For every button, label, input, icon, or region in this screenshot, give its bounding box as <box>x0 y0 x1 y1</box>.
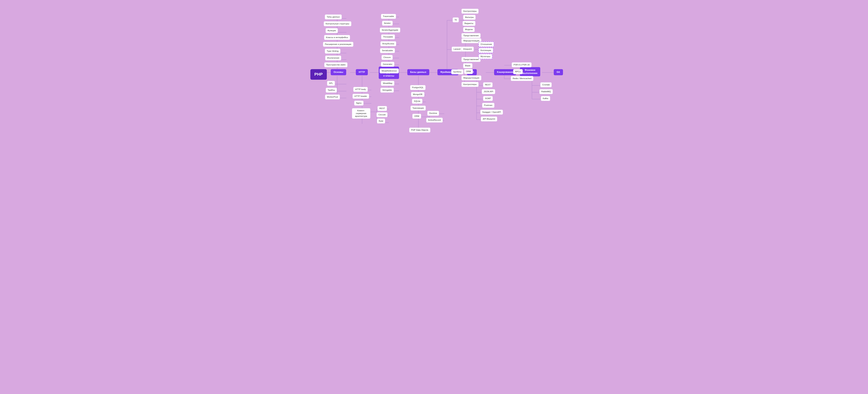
node-laravel: Laravel <box>452 47 463 52</box>
leaf-stringable: Stringable <box>380 88 394 93</box>
leaf-apcu: APCu <box>513 69 523 74</box>
leaf-mongodb: MongoDB <box>411 92 425 97</box>
leaf-soap: SOAP <box>483 96 493 101</box>
leaf-serializable: Serializable <box>380 48 395 53</box>
leaf-prostranstvo: Пространство имён <box>324 62 348 67</box>
leaf-predstavleniya: Представления <box>461 33 481 38</box>
leaf-tipy: Типы данных <box>325 15 342 20</box>
leaf-crontab: Crontab <box>540 82 552 87</box>
leaf-rasshir: Расширение и реализация <box>323 42 353 47</box>
leaf-rest-api: REST <box>483 82 493 87</box>
leaf-filtry: Фильтры <box>463 15 476 20</box>
leaf-kontrollery-symfony: Контроллеры <box>461 82 479 87</box>
main-node-git: Git <box>554 69 563 75</box>
main-node-db: Базы данных <box>407 69 429 75</box>
leaf-activerecord: ActiveRecord <box>426 118 443 122</box>
leaf-vidzety: Виджеты <box>463 21 475 26</box>
root-node: PHP <box>310 69 327 80</box>
leaf-kollekcii: Коллекции <box>478 48 493 53</box>
leaf-throwable: Throwable <box>381 34 395 39</box>
leaf-swagger: Swagger / OpenAPI <box>480 110 503 115</box>
main-node-bg: Фоновое выполнение <box>520 67 540 76</box>
leaf-iterator: Iterator <box>382 21 393 26</box>
leaf-func: Функции <box>326 28 338 33</box>
leaf-closure: Closure <box>381 55 393 60</box>
leaf-tranzakcii: Транзакции <box>410 106 426 111</box>
main-node-cache: Кэширование <box>494 69 516 75</box>
leaf-iteratoragg: IteratorAggregate <box>380 28 401 32</box>
leaf-traversable: Traversable <box>381 14 396 19</box>
leaf-pdo: PHP Data Objects <box>409 128 430 133</box>
leaf-arrayaccess: ArrayAccess <box>380 41 396 46</box>
leaf-kafka: Kafka <box>541 96 550 101</box>
main-node-http: HTTP <box>356 69 368 75</box>
leaf-weakreference: WeakReference <box>380 68 399 74</box>
leaf-spl: SPL <box>327 81 335 86</box>
leaf-kuki: Куки <box>377 118 385 123</box>
leaf-httpbody: HTTP body <box>353 87 368 92</box>
leaf-typehint: Type Hinting <box>325 49 341 54</box>
leaf-rabbitmq: RabbitMQ <box>539 89 553 94</box>
leaf-kontrollery-yii: Контроллеры <box>461 9 479 14</box>
leaf-kontrol: Контрольные структуры <box>324 21 351 26</box>
leaf-psr: PSR-6 и PSR-16 <box>512 62 532 67</box>
leaf-modeli: Модели <box>463 27 475 32</box>
leaf-orm-symfony: ORM <box>464 69 473 74</box>
leaf-redis: Redis / Memcached <box>511 76 534 81</box>
leaf-generator: Generator <box>381 62 395 67</box>
leaf-eloquent: Eloquent <box>461 47 474 52</box>
leaf-nginx: Nginx <box>354 101 364 106</box>
leaf-sessiya: Сессия <box>376 112 388 117</box>
leaf-workerpool: WorkerPool <box>325 94 340 100</box>
leaf-weakmap: WeakMap <box>381 81 395 86</box>
leaf-blade: Blade <box>463 63 472 68</box>
leaf-klassy: Классы и интерфейсы <box>324 35 350 40</box>
leaf-jsonapi: JSON API <box>482 89 495 94</box>
leaf-iskl: Исключения <box>325 55 341 60</box>
leaf-marshrutizaciya-symfony: Маршрутизация <box>461 76 482 80</box>
leaf-httpheader: HTTP header <box>352 94 369 99</box>
node-yii: Yii <box>453 18 459 22</box>
leaf-rest-http: REST <box>377 106 387 111</box>
leaf-arch: Клиент-серверная архитектура <box>352 108 370 119</box>
leaf-postgresql: PostgreSQL <box>410 85 426 90</box>
mindmap-container: PHP Основы HTTP Встроенные интерфейсы и … <box>305 0 563 144</box>
leaf-treity: Трейты <box>326 88 337 93</box>
main-node-osnovy: Основы <box>331 69 346 75</box>
leaf-doctrine: Doctrine <box>427 111 439 116</box>
leaf-otnosheniya: Отношения <box>478 41 494 47</box>
leaf-blueprint: API Blueprint <box>481 116 497 121</box>
leaf-postman: Postman <box>482 103 494 108</box>
leaf-predstavlenie: Представление <box>461 57 481 62</box>
leaf-mutatory: Мутаторы <box>478 54 493 59</box>
leaf-orm: ORM <box>412 114 421 119</box>
node-symfony: Symfony <box>451 69 464 74</box>
leaf-sqlite: SQLite <box>412 99 423 104</box>
